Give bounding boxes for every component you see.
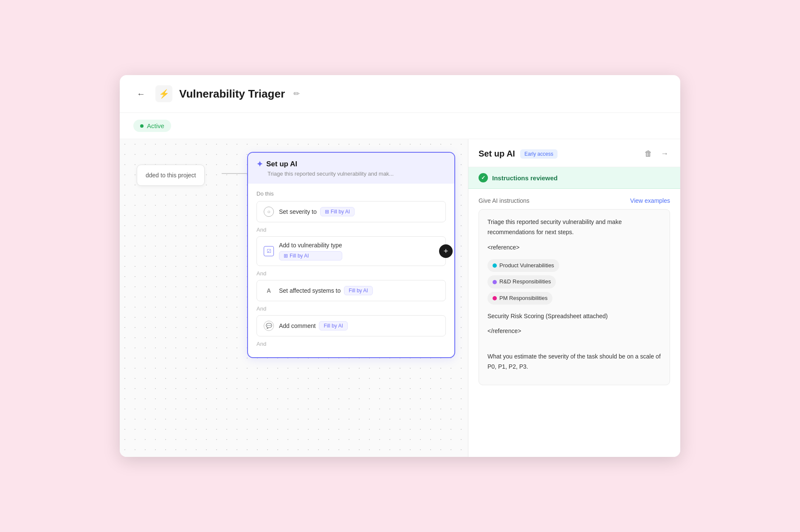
do-this-label: Do this: [256, 190, 446, 197]
check-circle-icon: ✓: [479, 173, 488, 182]
active-label: Active: [147, 122, 164, 129]
label-chip-pm: PM Responsibilities: [487, 292, 552, 305]
action-text-systems: Set affected systems to Fill by AI: [279, 286, 373, 295]
add-action-button[interactable]: +: [439, 244, 453, 258]
sparkle-icon: ✦: [256, 160, 263, 169]
comment-icon: 💬: [264, 321, 274, 331]
delete-button[interactable]: 🗑: [643, 148, 654, 160]
back-button[interactable]: ←: [133, 87, 149, 101]
connector-line: [222, 173, 247, 174]
edit-icon[interactable]: ✏: [293, 89, 300, 98]
action-text-comment: Add comment Fill by AI: [279, 321, 348, 330]
purple-dot: [493, 280, 497, 284]
instructions-reviewed-bar: ✓ Instructions reviewed: [468, 167, 680, 189]
lightning-icon: ⚡: [159, 89, 169, 99]
panel-title-row: Set up AI Early access: [479, 149, 558, 159]
label-product-vulnerabilities: Product Vulnerabilities: [499, 261, 554, 270]
instructions-label-row: Give AI instructions View examples: [479, 197, 670, 204]
and-label-2: And: [256, 270, 446, 277]
fill-by-ai-badge-systems[interactable]: Fill by AI: [344, 286, 372, 295]
app-window: ← ⚡ Vulnerability Triager ✏ Active dded …: [120, 75, 680, 457]
fill-by-ai-badge-vulnerability[interactable]: ⊞ Fill by AI: [279, 251, 342, 260]
instructions-box[interactable]: Triage this reported security vulnerabil…: [479, 209, 670, 385]
forward-button[interactable]: →: [659, 148, 670, 160]
severity-label: Set severity to: [279, 208, 317, 215]
pink-dot: [493, 296, 497, 300]
reference-block: <reference> Product Vulnerabilities R&D …: [487, 243, 661, 306]
vulnerability-label: Add to vulnerability type: [279, 242, 342, 249]
panel-actions: 🗑 →: [643, 148, 670, 160]
label-rd-responsibilities: R&D Responsibilities: [499, 277, 551, 286]
header: ← ⚡ Vulnerability Triager ✏: [120, 75, 680, 113]
ai-step-body: Do this ○ Set severity to ⊞ Fill by AI A…: [248, 184, 454, 357]
action-text-severity: Set severity to ⊞ Fill by AI: [279, 207, 355, 216]
ai-step-title: ✦ Set up AI: [256, 160, 446, 169]
instructions-text-5: What you estimate the severity of the ta…: [487, 352, 661, 372]
and-label-1: And: [256, 227, 446, 233]
instructions-reviewed-label: Instructions reviewed: [492, 174, 558, 182]
trigger-node-text: dded to this project: [146, 172, 196, 179]
ai-step-title-text: Set up AI: [266, 160, 297, 168]
fill-icon-2: ⊞: [284, 253, 288, 259]
action-item-vulnerability[interactable]: ☑ Add to vulnerability type ⊞ Fill by AI: [256, 236, 446, 266]
page-title: Vulnerability Triager: [179, 87, 285, 101]
action-item-comment[interactable]: 💬 Add comment Fill by AI: [256, 315, 446, 336]
action-item-systems[interactable]: A Set affected systems to Fill by AI: [256, 280, 446, 301]
give-ai-instructions-label: Give AI instructions: [479, 197, 530, 204]
systems-label: Set affected systems to: [279, 287, 341, 294]
main-content: dded to this project ✦ Set up AI Triage …: [120, 139, 680, 457]
ai-step-header: ✦ Set up AI Triage this reported securit…: [248, 153, 454, 184]
fill-icon-1: ⊞: [325, 209, 329, 215]
instructions-text-3: Security Risk Scoring (Spreadsheet attac…: [487, 311, 661, 322]
active-bar: Active: [120, 113, 680, 139]
action-row-vulnerability: ☑ Add to vulnerability type ⊞ Fill by AI: [256, 236, 446, 266]
label-chip-product: Product Vulnerabilities: [487, 259, 559, 272]
comment-label: Add comment: [279, 322, 315, 329]
trigger-node: dded to this project: [137, 165, 205, 186]
text-a-icon: A: [264, 286, 274, 296]
active-dot: [140, 124, 144, 128]
active-badge: Active: [133, 120, 171, 132]
reference-open-tag: <reference>: [487, 243, 661, 253]
right-panel: Set up AI Early access 🗑 → ✓ Instruction…: [468, 139, 680, 457]
view-examples-link[interactable]: View examples: [630, 197, 670, 204]
panel-header: Set up AI Early access 🗑 →: [468, 139, 680, 167]
instructions-text-1: Triage this reported security vulnerabil…: [487, 217, 661, 238]
panel-title: Set up AI: [479, 149, 515, 159]
ai-step-card: ✦ Set up AI Triage this reported securit…: [247, 152, 455, 358]
label-pm-responsibilities: PM Responsibilities: [499, 294, 547, 303]
label-chip-rd: R&D Responsibilities: [487, 275, 556, 288]
checkbox-icon: ☑: [264, 246, 274, 256]
action-item-severity[interactable]: ○ Set severity to ⊞ Fill by AI: [256, 201, 446, 222]
fill-by-ai-badge-comment[interactable]: Fill by AI: [319, 321, 347, 330]
reference-close-tag: </reference>: [487, 326, 661, 336]
teal-dot: [493, 263, 497, 268]
ai-step-subtitle: Triage this reported security vulnerabil…: [256, 171, 446, 177]
ai-instructions-section: Give AI instructions View examples Triag…: [468, 189, 680, 457]
and-label-4: And: [256, 341, 446, 347]
header-icon: ⚡: [155, 85, 172, 102]
canvas-area: dded to this project ✦ Set up AI Triage …: [120, 139, 468, 457]
and-label-3: And: [256, 305, 446, 312]
circle-check-icon: ○: [264, 207, 274, 217]
fill-by-ai-badge-severity[interactable]: ⊞ Fill by AI: [320, 207, 355, 216]
action-text-vulnerability: Add to vulnerability type ⊞ Fill by AI: [279, 242, 342, 260]
early-access-badge: Early access: [520, 149, 558, 159]
